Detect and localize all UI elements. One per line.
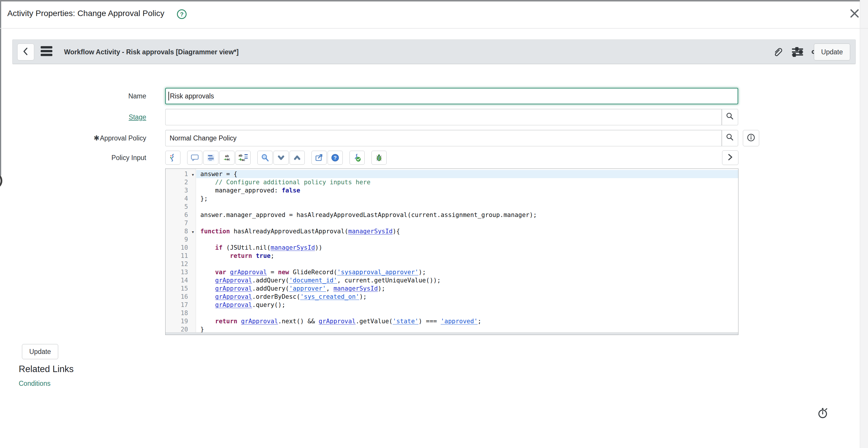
svg-text:ab: ab bbox=[239, 153, 243, 157]
code-line[interactable]: function hasAlreadyApprovedLastApproval(… bbox=[196, 227, 739, 235]
search-icon bbox=[725, 112, 735, 123]
info-icon bbox=[746, 133, 756, 143]
stage-lookup-button[interactable] bbox=[722, 109, 738, 125]
close-icon[interactable] bbox=[849, 8, 860, 19]
replace-all-icon[interactable]: ab ac bbox=[236, 151, 251, 165]
line-number: 2 bbox=[165, 178, 196, 186]
line-number: 7 bbox=[165, 219, 196, 227]
code-line[interactable]: grApproval.addQuery('document_id', curre… bbox=[196, 276, 739, 284]
expand-editor-button[interactable] bbox=[722, 150, 739, 165]
line-number: 11 bbox=[165, 252, 196, 260]
form-toolbar: Workflow Activity - Risk approvals [Diag… bbox=[12, 39, 856, 64]
line-number: 3 bbox=[165, 186, 196, 195]
svg-text:?: ? bbox=[334, 155, 337, 161]
help-icon[interactable]: ? bbox=[177, 9, 187, 19]
format-code-icon[interactable] bbox=[203, 151, 218, 165]
text-cursor bbox=[168, 92, 169, 100]
code-line[interactable]: }; bbox=[196, 195, 739, 203]
page-right-gutter bbox=[860, 0, 868, 448]
page-title: Activity Properties: Change Approval Pol… bbox=[7, 9, 164, 18]
code-line[interactable] bbox=[196, 203, 739, 211]
record-title: Workflow Activity - Risk approvals [Diag… bbox=[64, 40, 239, 64]
find-previous-icon[interactable] bbox=[289, 151, 305, 165]
debug-icon[interactable] bbox=[371, 151, 386, 165]
chevron-left-icon bbox=[21, 46, 30, 58]
window-top-strip bbox=[0, 0, 868, 1]
line-number[interactable]: 1▾ bbox=[165, 170, 196, 178]
code-line[interactable]: return grApproval.next() && grApproval.g… bbox=[196, 317, 739, 325]
fold-arrow-icon[interactable]: ▾ bbox=[188, 171, 194, 179]
sliders-icon[interactable] bbox=[792, 46, 803, 58]
stage-label-link[interactable]: Stage bbox=[129, 113, 146, 121]
search-icon bbox=[725, 133, 735, 143]
code-line[interactable]: answer.manager_approved = hasAlreadyAppr… bbox=[196, 211, 739, 219]
line-number: 19 bbox=[165, 317, 196, 325]
line-number: 16 bbox=[165, 292, 196, 301]
name-label: Name bbox=[0, 88, 146, 104]
editor-resize-bar[interactable] bbox=[165, 332, 738, 335]
line-number: 4 bbox=[165, 195, 196, 203]
related-links-heading: Related Links bbox=[19, 364, 74, 374]
line-number: 18 bbox=[165, 309, 196, 317]
name-input[interactable] bbox=[165, 88, 738, 104]
approval-policy-label: Approval Policy bbox=[0, 130, 146, 146]
line-number: 13 bbox=[165, 268, 196, 276]
code-line[interactable]: // Configure additional policy inputs he… bbox=[196, 178, 739, 186]
code-line[interactable]: if (JSUtil.nil(managerSysId)) bbox=[196, 244, 739, 252]
line-number[interactable]: 8▾ bbox=[165, 227, 196, 235]
code-line[interactable]: manager_approved: false bbox=[196, 186, 739, 195]
editor-code[interactable]: answer = { // Configure additional polic… bbox=[196, 169, 739, 333]
help-icon[interactable]: ? bbox=[328, 151, 343, 165]
editor-gutter: 1▾2345678▾91011121314151617181920 bbox=[165, 169, 196, 335]
update-button-bottom[interactable]: Update bbox=[22, 344, 58, 359]
line-number: 14 bbox=[165, 276, 196, 284]
approval-policy-info-button[interactable] bbox=[743, 130, 759, 146]
back-button[interactable] bbox=[17, 43, 34, 61]
code-line[interactable]: grApproval.query(); bbox=[196, 301, 739, 309]
stopwatch-icon[interactable] bbox=[816, 407, 829, 419]
stage-input[interactable] bbox=[165, 109, 722, 125]
hamburger-menu-icon[interactable] bbox=[41, 46, 52, 58]
code-line[interactable]: answer = { bbox=[196, 170, 739, 178]
script-editor[interactable]: 1▾2345678▾91011121314151617181920 answer… bbox=[165, 169, 739, 335]
code-line[interactable]: grApproval.addQuery('approver', managerS… bbox=[196, 284, 739, 292]
search-icon[interactable] bbox=[257, 151, 273, 165]
syntax-editor-icon[interactable] bbox=[165, 151, 181, 165]
open-window-icon[interactable] bbox=[311, 151, 327, 165]
line-number: 12 bbox=[165, 260, 196, 268]
paperclip-icon[interactable] bbox=[772, 46, 783, 58]
find-next-icon[interactable] bbox=[274, 151, 289, 165]
fold-arrow-icon[interactable]: ▾ bbox=[188, 228, 194, 236]
code-line[interactable]: grApproval.orderByDesc('sys_created_on')… bbox=[196, 292, 739, 301]
validate-icon[interactable] bbox=[349, 151, 365, 165]
header-divider bbox=[0, 28, 868, 29]
line-number: 6 bbox=[165, 211, 196, 219]
line-number: 10 bbox=[165, 244, 196, 252]
code-line[interactable]: var grApproval = new GlideRecord('sysapp… bbox=[196, 268, 739, 276]
approval-policy-input[interactable] bbox=[165, 130, 722, 146]
script-editor-toolbar: ab ➔ac ab ac ? bbox=[165, 150, 739, 165]
code-line[interactable] bbox=[196, 235, 739, 244]
related-link-conditions[interactable]: Conditions bbox=[19, 380, 51, 387]
line-number: 15 bbox=[165, 284, 196, 292]
replace-icon[interactable]: ab ➔ac bbox=[219, 151, 235, 165]
code-line[interactable] bbox=[196, 219, 739, 227]
code-line[interactable]: return true; bbox=[196, 252, 739, 260]
policy-input-label: Policy Input bbox=[0, 150, 146, 165]
toggle-comment-icon[interactable] bbox=[187, 151, 203, 165]
code-line[interactable] bbox=[196, 260, 739, 268]
chevron-right-icon bbox=[726, 153, 734, 163]
update-button[interactable]: Update bbox=[814, 43, 850, 61]
approval-policy-lookup-button[interactable] bbox=[722, 130, 738, 146]
code-line[interactable] bbox=[196, 309, 739, 317]
line-number: 9 bbox=[165, 235, 196, 244]
line-number: 17 bbox=[165, 301, 196, 309]
line-number: 5 bbox=[165, 203, 196, 211]
